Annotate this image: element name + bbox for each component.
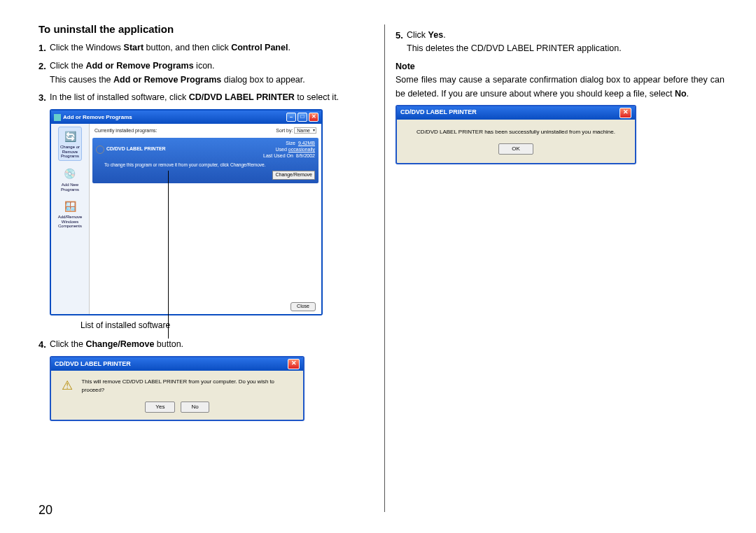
- sidebar-item-windows-components[interactable]: 🪟 Add/Remove Windows Components: [57, 197, 84, 230]
- size-label: Size: [286, 141, 295, 145]
- dialog-titlebar: CD/DVD LABEL PRINTER ✕: [51, 357, 303, 371]
- text: .: [687, 89, 689, 99]
- text-bold: Start: [124, 43, 144, 52]
- text: Click the Windows: [50, 43, 124, 52]
- size-value: 9.42MB: [298, 141, 315, 145]
- text-bold: Change/Remove: [85, 339, 154, 349]
- text: .: [443, 30, 445, 40]
- windows-components-icon: 🪟: [62, 199, 78, 214]
- text: icon.: [194, 61, 215, 71]
- change-remove-button[interactable]: Change/Remove: [272, 171, 315, 180]
- sidebar-label: Add/Remove Windows Components: [58, 215, 83, 229]
- used-label: Used: [276, 147, 287, 152]
- dialog-title: CD/DVD LABEL PRINTER: [55, 360, 131, 369]
- sidebar: 🔄 Change or Remove Programs 💿 Add New Pr…: [51, 124, 90, 314]
- note-heading: Note: [396, 60, 724, 73]
- dialog-text: CD/DVD LABEL PRINTER has been successful…: [397, 120, 635, 139]
- maximize-button[interactable]: □: [298, 113, 307, 122]
- change-remove-icon: 🔄: [62, 129, 78, 144]
- close-icon[interactable]: ✕: [620, 108, 631, 118]
- program-description: To change this program or remove it from…: [104, 162, 313, 169]
- text-bold: Add or Remove Programs: [113, 75, 221, 85]
- step-4: 4. Click the Change/Remove button.: [38, 338, 368, 352]
- last-used-label: Last Used On: [263, 153, 293, 158]
- text: This deletes the CD/DVD LABEL PRINTER ap…: [407, 42, 724, 55]
- step-1: 1. Click the Windows Start button, and t…: [38, 41, 368, 55]
- left-column: To uninstall the application 1. Click th…: [38, 21, 368, 421]
- callout-line: [168, 171, 169, 339]
- text: dialog box to appear.: [221, 75, 305, 85]
- sidebar-item-add-new[interactable]: 💿 Add New Programs: [59, 165, 80, 193]
- warning-icon: ⚠: [59, 378, 75, 394]
- text: Click the: [50, 61, 85, 71]
- add-remove-programs-window: Add or Remove Programs – □ ✕ 🔄 Change or…: [50, 109, 323, 315]
- sidebar-item-change-remove[interactable]: 🔄 Change or Remove Programs: [58, 127, 82, 161]
- step-number: 4.: [38, 338, 50, 352]
- text: Click the: [50, 339, 85, 349]
- no-button[interactable]: No: [181, 401, 209, 413]
- add-new-icon: 💿: [62, 166, 78, 182]
- section-title: To uninstall the application: [38, 21, 368, 37]
- text-bold: CD/DVD LABEL PRINTER: [189, 92, 295, 102]
- step-number: 1.: [38, 41, 50, 55]
- yes-button[interactable]: Yes: [145, 401, 175, 413]
- currently-installed-label: Currently installed programs:: [94, 127, 157, 135]
- app-icon: [54, 114, 61, 121]
- step-number: 2.: [38, 59, 50, 87]
- text: to select it.: [295, 92, 339, 102]
- figure-caption: List of installed software: [80, 319, 368, 332]
- program-name: CD/DVD LABEL PRINTER: [106, 145, 166, 153]
- step-number: 5.: [396, 29, 407, 56]
- sidebar-label: Change or Remove Programs: [60, 145, 80, 159]
- step-5: 5. Click Yes. This deletes the CD/DVD LA…: [396, 29, 724, 56]
- text: In the list of installed software, click: [50, 92, 189, 102]
- sidebar-label: Add New Programs: [61, 183, 79, 192]
- cd-icon: [96, 145, 104, 154]
- close-button[interactable]: ✕: [309, 113, 318, 122]
- right-column: 5. Click Yes. This deletes the CD/DVD LA…: [396, 21, 724, 421]
- minimize-button[interactable]: –: [286, 113, 296, 122]
- program-list-area: [92, 185, 318, 299]
- step-number: 3.: [38, 91, 50, 105]
- step-2: 2. Click the Add or Remove Programs icon…: [38, 59, 368, 87]
- text: Click: [407, 30, 428, 40]
- text-bold: No: [675, 89, 687, 99]
- window-titlebar: Add or Remove Programs – □ ✕: [51, 111, 321, 124]
- text-bold: Control Panel: [231, 43, 288, 52]
- text: .: [288, 43, 290, 52]
- window-title: Add or Remove Programs: [63, 113, 132, 122]
- dialog-title: CD/DVD LABEL PRINTER: [400, 108, 477, 118]
- program-list-item-selected[interactable]: CD/DVD LABEL PRINTER Size 9.42MB Used oc…: [92, 138, 318, 183]
- sort-by-dropdown[interactable]: Name: [294, 127, 316, 134]
- ok-button[interactable]: OK: [498, 143, 533, 155]
- last-used-value: 8/9/2002: [296, 153, 315, 158]
- step-3: 3. In the list of installed software, cl…: [38, 91, 368, 105]
- text-bold: Yes: [428, 30, 444, 40]
- used-value: occasionally: [288, 147, 315, 152]
- close-icon[interactable]: ✕: [288, 359, 300, 369]
- text: This causes the: [50, 75, 113, 85]
- page-number: 20: [38, 503, 52, 518]
- text: button.: [154, 339, 183, 349]
- column-separator: [384, 24, 385, 512]
- sort-by-label: Sort by:: [276, 128, 293, 133]
- success-dialog: CD/DVD LABEL PRINTER ✕ CD/DVD LABEL PRIN…: [396, 105, 636, 164]
- dialog-text: This will remove CD/DVD LABEL PRINTER fr…: [82, 378, 295, 395]
- text: button, and then click: [144, 43, 231, 52]
- confirm-dialog: CD/DVD LABEL PRINTER ✕ ⚠ This will remov…: [50, 356, 304, 421]
- text-bold: Add or Remove Programs: [85, 61, 193, 71]
- close-dialog-button[interactable]: Close: [290, 302, 316, 311]
- dialog-titlebar: CD/DVD LABEL PRINTER ✕: [397, 106, 635, 120]
